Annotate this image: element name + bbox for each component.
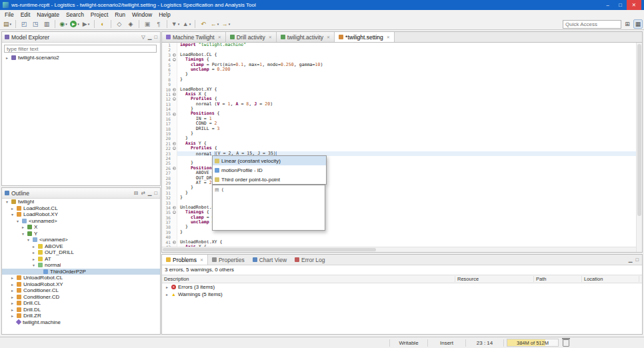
previous-annotation-button[interactable]: ▲▾: [181, 19, 192, 29]
code-line-12[interactable]: 12 Profiles {: [162, 97, 636, 101]
model-explorer-tab[interactable]: Model Explorer: [5, 34, 49, 41]
outline-item-out-drill[interactable]: ▸OUT_DRILL: [2, 249, 160, 256]
minimize-icon[interactable]: ▁: [148, 34, 152, 40]
expander-icon[interactable]: ▸: [10, 275, 15, 280]
expander-icon[interactable]: ▾: [5, 199, 9, 204]
editor-tab-twilight-activity[interactable]: twilight.activity✕: [277, 32, 335, 42]
print-button[interactable]: ▥: [41, 19, 52, 29]
outline-item-at[interactable]: ▸AT: [2, 256, 160, 263]
code-line-13[interactable]: 13 normal (V = 1, A = 8, J = 20): [162, 102, 636, 107]
close-icon[interactable]: ✕: [218, 35, 221, 39]
close-icon[interactable]: ✕: [269, 35, 272, 39]
proposal-linear-constant-velocity[interactable]: Linear (constant velocity): [213, 156, 326, 165]
outline-item-twilight-machine[interactable]: twilight.machine: [2, 319, 160, 326]
code-line-20[interactable]: 20 }: [162, 136, 636, 141]
fold-collapse-control[interactable]: [171, 146, 177, 151]
code-line-19[interactable]: 19 }: [162, 131, 636, 136]
expander-icon[interactable]: ▸: [10, 206, 15, 211]
menu-run[interactable]: Run: [111, 11, 129, 18]
view-menu-icon[interactable]: ▽: [141, 34, 145, 40]
fold-collapse-control[interactable]: [171, 111, 177, 116]
menu-file[interactable]: File: [1, 11, 17, 18]
outline-item-unnamed[interactable]: ▾<unnamed>: [2, 218, 160, 225]
column-header-location[interactable]: Location: [582, 276, 639, 282]
close-icon[interactable]: ✕: [200, 257, 203, 262]
save-all-button[interactable]: ◳: [30, 19, 41, 29]
dropdown-arrow-icon[interactable]: ▾: [10, 22, 12, 26]
code-line-15[interactable]: 15 Positions {: [162, 111, 636, 116]
expander-icon[interactable]: ▾: [21, 231, 25, 236]
menu-project[interactable]: Project: [87, 11, 111, 18]
fold-collapse-control[interactable]: [171, 240, 177, 245]
problem-group-warnings-5-items[interactable]: ▸▲Warnings (5 items): [162, 291, 642, 298]
close-button[interactable]: ✕: [627, 0, 641, 10]
expander-icon[interactable]: ▸: [10, 301, 15, 305]
search-button[interactable]: ◐: [97, 19, 108, 29]
close-icon[interactable]: ✕: [387, 35, 390, 39]
fold-collapse-control[interactable]: [171, 205, 177, 210]
code-line-4[interactable]: 4 Timings {: [162, 57, 636, 62]
editor-tab-drill-activity[interactable]: Drill activity✕: [226, 32, 277, 42]
scrollbar-thumb[interactable]: [637, 44, 641, 216]
column-header-description[interactable]: Description: [162, 276, 455, 282]
outline-item-loadrobot-cl[interactable]: ▸LoadRobot.CL: [2, 205, 160, 212]
outline-item-drill-zr[interactable]: ▸Drill.ZR: [2, 313, 160, 319]
code-line-2[interactable]: 2: [162, 47, 636, 52]
logistics-perspective-button[interactable]: ▦: [633, 19, 643, 29]
garbage-collect-button[interactable]: [563, 339, 569, 347]
code-line-41[interactable]: 41UnloadRobot.XY {: [162, 240, 636, 245]
outline-item-y[interactable]: ▾Y: [2, 231, 160, 237]
external-tools-button[interactable]: ▶▾: [81, 19, 91, 29]
maximize-button[interactable]: □: [614, 0, 627, 10]
open-perspective-button[interactable]: ⊞: [623, 19, 632, 29]
vertical-scrollbar[interactable]: [636, 43, 642, 252]
outline-item-conditioner-cl[interactable]: ▸Conditioner.CL: [2, 287, 160, 294]
code-line-8[interactable]: 8}: [162, 77, 636, 82]
menu-window[interactable]: Window: [129, 11, 155, 18]
expander-icon[interactable]: ▸: [5, 55, 9, 60]
new-wizard-button[interactable]: ▤▾: [2, 19, 13, 29]
fold-collapse-control[interactable]: [171, 141, 177, 146]
menu-navigate[interactable]: Navigate: [33, 11, 63, 18]
fold-collapse-control[interactable]: [171, 87, 177, 92]
link-with-editor-icon[interactable]: ⇄: [141, 190, 145, 196]
maximize-icon[interactable]: □: [154, 34, 157, 40]
scrollbar-thumb[interactable]: [163, 248, 376, 251]
code-line-6[interactable]: 6 unclamp = 0.200: [162, 67, 636, 72]
code-line-40[interactable]: 40: [162, 235, 636, 239]
expander-icon[interactable]: ▸: [31, 244, 36, 249]
expander-icon[interactable]: ▸: [10, 288, 15, 293]
fold-collapse-control[interactable]: [171, 97, 177, 101]
outline-item-above[interactable]: ▸ABOVE: [2, 243, 160, 250]
expander-icon[interactable]: ▾: [15, 219, 20, 223]
minimize-icon[interactable]: ▁: [148, 190, 152, 196]
view-tab-error-log[interactable]: Error Log: [291, 255, 329, 265]
last-edit-location-button[interactable]: ↶: [198, 19, 209, 29]
maximize-icon[interactable]: □: [154, 190, 157, 196]
code-line-17[interactable]: 17 COND = 2: [162, 121, 636, 126]
editor-tab-twilight-setting[interactable]: *twilight.setting✕: [335, 32, 395, 42]
forward-button[interactable]: →▾: [221, 19, 231, 29]
expander-icon[interactable]: ▸: [10, 282, 15, 287]
outline-tab[interactable]: Outline: [5, 190, 29, 197]
show-whitespace-button[interactable]: ¶: [153, 19, 164, 29]
open-task-button[interactable]: ◈: [125, 19, 136, 29]
expander-icon[interactable]: ▾: [31, 263, 36, 267]
editor-tab-machine-twilight[interactable]: Machine Twilight✕: [162, 32, 226, 42]
fold-collapse-control[interactable]: [171, 166, 177, 171]
code-line-16[interactable]: 16 IN = 1: [162, 117, 636, 121]
dropdown-arrow-icon[interactable]: ▾: [217, 22, 219, 26]
expander-icon[interactable]: ▸: [31, 257, 36, 261]
code-line-7[interactable]: 7 }: [162, 72, 636, 77]
fold-collapse-control[interactable]: [171, 92, 177, 97]
menu-help[interactable]: Help: [155, 11, 173, 18]
expander-icon[interactable]: ▸: [165, 285, 169, 289]
dropdown-arrow-icon[interactable]: ▾: [189, 22, 191, 26]
code-line-3[interactable]: 3LoadRobot.CL {: [162, 53, 636, 57]
fold-collapse-control[interactable]: [171, 210, 177, 215]
expander-icon[interactable]: ▾: [26, 237, 31, 242]
code-line-22[interactable]: 22 Profiles {: [162, 146, 636, 151]
proposal-third-order-point-to-point[interactable]: Third order point-to-point: [213, 175, 326, 184]
view-tab-problems[interactable]: Problems✕: [162, 255, 208, 265]
outline-item-unloadrobot-xy[interactable]: ▸UnloadRobot.XY: [2, 281, 160, 288]
